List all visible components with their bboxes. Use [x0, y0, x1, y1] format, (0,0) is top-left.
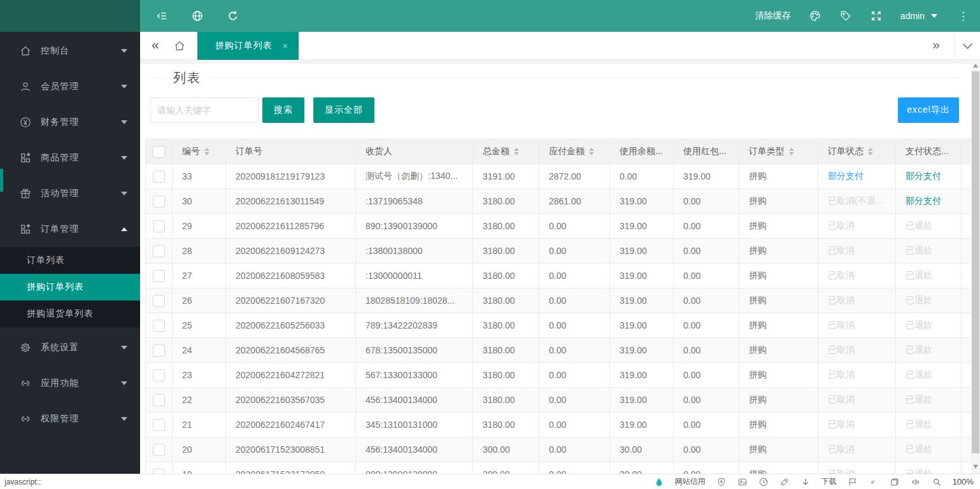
show-all-button[interactable]: 显示全部 — [313, 97, 374, 123]
sidebar-item-系统设置[interactable]: 系统设置 — [0, 330, 140, 365]
flag-icon[interactable] — [848, 477, 858, 487]
column-header-订单状态[interactable]: 订单状态 — [818, 139, 896, 164]
tab-bar-right: » — [918, 32, 980, 60]
sort-icon[interactable] — [514, 148, 519, 155]
tag-icon[interactable] — [839, 10, 852, 22]
drop-icon[interactable] — [654, 477, 664, 487]
column-header-应付金额[interactable]: 应付金额 — [539, 139, 610, 164]
column-header-编号[interactable]: 编号 — [173, 139, 226, 164]
cell-balance: 30.00 — [610, 437, 674, 462]
sort-icon[interactable] — [204, 148, 209, 155]
expand-caret-icon — [121, 120, 127, 124]
theme-palette-icon[interactable] — [809, 10, 821, 22]
collapse-sidebar-icon[interactable] — [155, 10, 168, 22]
tabs-scroll-left-icon[interactable]: « — [140, 37, 169, 54]
cell-consignee: 测试号（勿删）:1340... — [356, 164, 473, 189]
row-checkbox[interactable] — [153, 295, 165, 307]
row-checkbox[interactable] — [153, 444, 165, 456]
row-checkbox[interactable] — [153, 320, 165, 332]
search-icon[interactable] — [932, 477, 942, 487]
row-checkbox[interactable] — [153, 394, 165, 406]
username: admin — [900, 11, 925, 21]
search-input[interactable] — [150, 97, 259, 123]
vertical-scrollbar[interactable] — [971, 60, 980, 474]
sidebar-item-财务管理[interactable]: 财务管理 — [0, 104, 140, 140]
scroll-down-arrow[interactable] — [973, 465, 978, 469]
more-options-icon[interactable]: ⋮ — [955, 11, 971, 22]
scrollbar-thumb[interactable] — [972, 71, 979, 453]
rocket-icon[interactable] — [779, 477, 790, 487]
clear-cache-button[interactable]: 清除缓存 — [755, 10, 791, 22]
tab-close-icon[interactable]: × — [283, 41, 288, 51]
table-row-26: 26 202006221607167320 18028518109:18028.… — [146, 288, 972, 313]
cell-pay-status: 已退款 — [896, 264, 962, 288]
select-all-checkbox[interactable] — [153, 146, 165, 158]
sidebar-item-权限管理[interactable]: 权限管理 — [0, 401, 140, 437]
cell-red-packet: 0.00 — [674, 363, 739, 388]
tabs-scroll-right-icon[interactable]: » — [918, 37, 954, 54]
shield-icon[interactable] — [716, 477, 727, 487]
order-status-badge: 已取消 — [828, 469, 855, 474]
sort-icon[interactable] — [868, 148, 873, 155]
row-select-cell — [146, 388, 173, 413]
cell-id: 20 — [173, 437, 226, 462]
row-select-cell — [146, 437, 173, 462]
expand-caret-icon — [121, 85, 127, 89]
row-checkbox[interactable] — [153, 469, 165, 474]
sidebar-item-订单管理[interactable]: 订单管理 — [0, 211, 140, 247]
column-header-订单类型[interactable]: 订单类型 — [739, 139, 818, 164]
search-button[interactable]: 搜索 — [262, 97, 304, 123]
cell-balance: 319.00 — [610, 388, 674, 413]
gauge-icon[interactable] — [758, 477, 769, 487]
row-checkbox[interactable] — [153, 344, 165, 357]
zoom-level[interactable]: 100% — [953, 477, 974, 486]
expand-caret-icon — [121, 49, 127, 53]
row-checkbox[interactable] — [153, 419, 165, 431]
cell-consignee: 789:13422202839 — [356, 313, 473, 338]
pay-status-badge: 已退款 — [905, 394, 932, 404]
cell-consignee: 456:13400134000 — [356, 388, 473, 413]
sidebar-item-label: 财务管理 — [41, 117, 79, 128]
row-checkbox[interactable] — [153, 369, 165, 381]
window-icon[interactable] — [890, 477, 900, 487]
sidebar-subitem-label: 拼购退货单列表 — [27, 308, 94, 320]
tab-active[interactable]: 拼购订单列表 × — [197, 32, 299, 60]
row-checkbox[interactable] — [153, 245, 165, 257]
user-menu[interactable]: admin — [900, 11, 937, 21]
status-text-网站信用[interactable]: 网站信用 — [675, 476, 706, 487]
arrow-down-icon[interactable] — [800, 477, 811, 487]
sidebar-item-会员管理[interactable]: 会员管理 — [0, 69, 140, 104]
tabs-menu-button[interactable] — [954, 32, 980, 60]
column-header-总金额[interactable]: 总金额 — [473, 139, 539, 164]
photo-icon[interactable] — [737, 477, 748, 487]
row-checkbox[interactable] — [153, 195, 165, 208]
speaker-icon[interactable] — [911, 477, 921, 487]
globe-icon[interactable] — [191, 10, 204, 22]
order-status-badge: 已取消 — [828, 444, 855, 454]
status-text-下载[interactable]: 下载 — [821, 476, 837, 487]
cell-order-status: 已取消 — [818, 264, 896, 288]
sort-icon[interactable] — [789, 148, 794, 155]
table-row-30: 30 202006221613011549 :13719065348 3180.… — [146, 189, 972, 214]
sidebar-subitem-拼购退货单列表[interactable]: 拼购退货单列表 — [0, 301, 140, 327]
row-checkbox[interactable] — [153, 171, 165, 183]
sidebar-item-应用功能[interactable]: 应用功能 — [0, 365, 140, 401]
ie-icon[interactable]: e — [869, 477, 879, 487]
excel-export-button[interactable]: excel导出 — [898, 97, 959, 123]
sort-icon[interactable] — [589, 148, 594, 155]
sidebar-item-商品管理[interactable]: 商品管理 — [0, 140, 140, 176]
sidebar-subitem-订单列表[interactable]: 订单列表 — [0, 247, 140, 274]
scroll-up-arrow[interactable] — [973, 64, 978, 67]
cell-ship-status: 没有发货 — [962, 413, 972, 437]
cell-order-type: 拼购 — [739, 214, 818, 239]
sidebar-item-活动管理[interactable]: 活动管理 — [0, 176, 140, 211]
refresh-icon[interactable] — [227, 10, 239, 22]
cell-consignee: 18028518109:18028... — [356, 288, 473, 313]
sidebar-subitem-拼购订单列表[interactable]: 拼购订单列表 — [0, 274, 140, 301]
fullscreen-icon[interactable] — [870, 10, 883, 22]
row-checkbox[interactable] — [153, 270, 165, 282]
row-checkbox[interactable] — [153, 220, 165, 232]
cell-order-no: 202006221603567035 — [226, 388, 356, 413]
sidebar-item-控制台[interactable]: 控制台 — [0, 33, 140, 69]
home-tab-icon[interactable] — [173, 39, 186, 52]
